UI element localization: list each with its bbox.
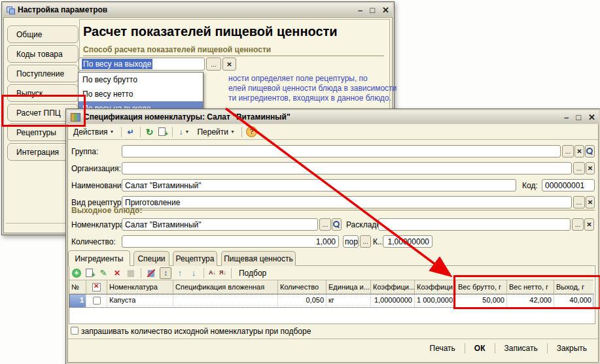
recipe-type-clear-button[interactable]: ✕ [586, 196, 595, 208]
method-combo-input[interactable]: По весу на выходе [79, 58, 205, 71]
row-spec-cell[interactable] [173, 294, 278, 308]
save-icon[interactable]: ↵ [126, 127, 136, 137]
reorder-icon[interactable]: ↕ [160, 267, 171, 279]
row-net-weight-cell[interactable]: 42,000 [507, 294, 554, 308]
row-quantity-cell[interactable]: 0,050 [278, 294, 326, 308]
row-check-cell[interactable] [86, 294, 107, 308]
move-down-icon[interactable]: ↓ [188, 268, 199, 278]
write-button[interactable]: Записать [497, 342, 546, 355]
actions-button[interactable]: Действия ▼ [71, 127, 117, 137]
settings-tab-kody-tovara[interactable]: Коды товара [7, 45, 79, 63]
unit-choose-button[interactable]: ... [360, 235, 371, 248]
col-header-coef1[interactable]: Коэффици... [371, 280, 415, 294]
help-icon[interactable]: ? [246, 126, 257, 137]
col-header-number[interactable]: № [69, 280, 86, 294]
combo-option-netto[interactable]: По весу нетто [79, 87, 203, 101]
col-header-unit[interactable]: Единица и... [326, 280, 371, 294]
tab-specii[interactable]: Специи [133, 251, 169, 266]
tab-receptura[interactable]: Рецептура [173, 251, 217, 266]
col-header-check[interactable] [86, 280, 107, 294]
table-row[interactable]: 1 Капуста 0,050 кг 1,00000000 1 000,0000… [69, 294, 593, 308]
quantity-field[interactable]: 1,000 [122, 235, 339, 248]
print-button[interactable]: Печать [422, 342, 463, 355]
add-row-icon[interactable]: + [72, 269, 81, 278]
maximize-icon[interactable]: □ [576, 112, 581, 122]
col-header-out[interactable]: Выход, г [554, 280, 593, 294]
name-field[interactable]: Салат "Витаминный" [122, 179, 516, 191]
button-separator [465, 343, 465, 354]
settings-tab-vypusk[interactable]: Выпуск [7, 84, 79, 102]
nomenclature-field[interactable]: Салат "Витаминный" [122, 218, 318, 231]
ask-quantity-checkbox[interactable] [71, 327, 79, 335]
tab-label: Специи [137, 254, 165, 263]
maximize-icon[interactable]: □ [370, 5, 375, 15]
row-out-weight-cell[interactable]: 40,000 [554, 294, 593, 308]
row-nomenclature-cell[interactable]: Капуста [107, 294, 173, 308]
group-choose-button[interactable]: ... [562, 145, 574, 157]
spec-titlebar[interactable]: Спецификация номенклатуры: Салат "Витами… [67, 110, 599, 124]
code-field[interactable]: 000000001 [542, 179, 595, 191]
move-up-icon[interactable]: ↑ [175, 268, 185, 278]
refresh-icon[interactable]: ↻ [145, 127, 155, 137]
ellipsis-icon: ... [576, 165, 582, 172]
recipe-type-field[interactable]: Приготовление [122, 196, 572, 208]
settings-tab-obshchie[interactable]: Общие [7, 25, 79, 43]
tab-pishchevaya-cennost[interactable]: Пищевая ценность [221, 251, 296, 266]
organization-clear-button[interactable]: ✕ [586, 162, 595, 174]
table-header-row: № Номенклатура Спецификация вложенная Ко… [69, 280, 593, 294]
nomenclature-choose-button[interactable]: ... [319, 218, 331, 231]
grid-toggle-icon[interactable]: ▦ [146, 268, 156, 278]
combo-choose-button[interactable]: ... [206, 58, 221, 71]
ellipsis-icon: ... [323, 221, 328, 228]
ellipsis-icon: ... [362, 238, 368, 245]
combo-option-brutto[interactable]: По весу брутто [79, 73, 203, 87]
organization-choose-button[interactable]: ... [573, 162, 585, 174]
settings-titlebar[interactable]: Настройка параметров – □ ✕ [3, 3, 393, 16]
row-coef2-cell[interactable]: 1 000,0000... [415, 294, 456, 308]
col-header-quantity[interactable]: Количество [278, 280, 326, 294]
minimize-icon[interactable]: – [358, 5, 362, 15]
coefficient-field[interactable]: 1,00000000 [383, 235, 432, 248]
row-checkbox[interactable] [93, 297, 101, 305]
layout-choose-button[interactable]: ... [572, 218, 584, 231]
col-header-coef2[interactable]: Коэффици... [415, 280, 456, 294]
sort-ascending-icon[interactable]: А↓ [209, 270, 216, 276]
row-coef1-cell[interactable]: 1,00000000 [371, 294, 415, 308]
toolbar-separator [203, 268, 204, 278]
unit-field[interactable]: порц [343, 235, 359, 248]
col-header-gross[interactable]: Вес брутто, г [456, 280, 507, 294]
row-unit-cell[interactable]: кг [326, 294, 371, 308]
close-icon[interactable]: ✕ [588, 112, 595, 122]
recipe-type-choose-button[interactable]: ... [573, 196, 585, 208]
col-header-nomenclature[interactable]: Номенклатура [107, 280, 173, 294]
nomenclature-open-button[interactable] [332, 218, 342, 231]
settings-tab-postuplenie[interactable]: Поступление [7, 65, 79, 82]
combo-clear-button[interactable]: ✕ [222, 58, 236, 71]
clear-icon: ✕ [588, 199, 593, 206]
tab-label: Ингредиенты [75, 254, 124, 263]
row-gross-weight-cell[interactable]: 50,000 [456, 294, 507, 308]
layout-field[interactable] [378, 218, 571, 231]
group-field[interactable] [122, 145, 561, 157]
organization-field[interactable] [122, 162, 572, 174]
close-icon[interactable]: ✕ [382, 5, 389, 15]
col-header-spec[interactable]: Спецификация вложенная [173, 280, 278, 294]
edit-row-icon[interactable]: ✎ [98, 268, 109, 278]
close-button[interactable]: Закрыть [549, 342, 595, 355]
row-number-cell[interactable]: 1 [69, 294, 86, 308]
fill-button[interactable]: ↓ ▼ [177, 127, 192, 137]
ok-button[interactable]: ОК [467, 342, 493, 355]
delete-row-icon[interactable]: ✕ [112, 268, 122, 278]
minimize-icon[interactable]: – [564, 112, 569, 122]
copy-row-icon[interactable]: + [84, 268, 95, 278]
goto-button[interactable]: Перейти ▼ [194, 127, 238, 137]
group-clear-button[interactable]: ✕ [574, 145, 584, 157]
pick-button[interactable]: Подбор [236, 268, 269, 278]
layout-clear-button[interactable]: ✕ [584, 218, 594, 231]
toolbar-separator [121, 127, 122, 137]
group-open-button[interactable] [585, 145, 595, 157]
col-header-net[interactable]: Вес нетто, г [507, 280, 554, 294]
copy-add-icon[interactable]: + [158, 127, 168, 137]
sort-descending-icon[interactable]: Я↓ [219, 270, 226, 276]
tab-ingredienty[interactable]: Ингредиенты [68, 250, 130, 266]
